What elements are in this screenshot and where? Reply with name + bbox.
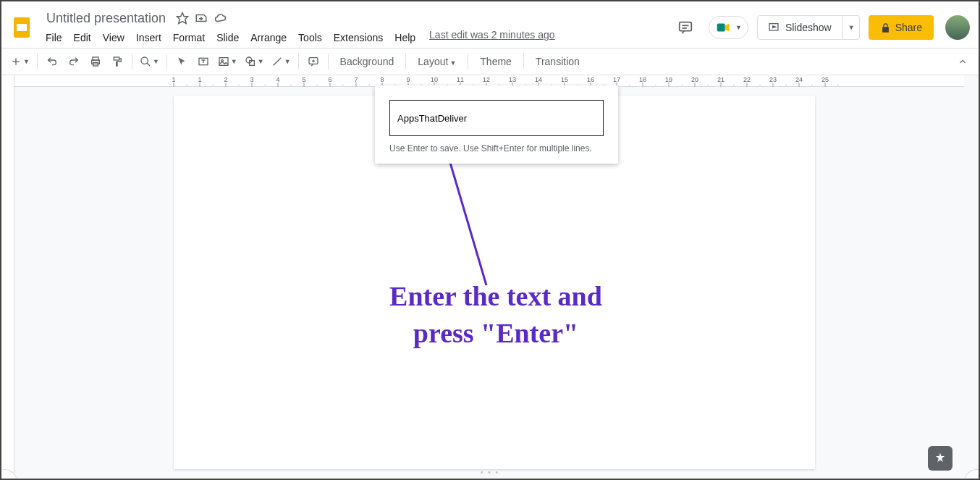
svg-text:8: 8 [380,76,384,83]
slideshow-dropdown[interactable]: ▼ [842,15,860,40]
svg-text:5: 5 [302,76,305,83]
svg-text:16: 16 [587,76,594,83]
new-slide-button[interactable]: ▼ [7,51,33,72]
svg-text:15: 15 [561,76,568,83]
svg-rect-15 [114,57,119,60]
chevron-down-icon: ▼ [735,24,742,31]
collapse-toolbar-button[interactable] [952,51,973,72]
svg-marker-9 [773,26,776,28]
svg-text:7: 7 [354,76,358,83]
svg-text:3: 3 [250,76,253,83]
svg-text:18: 18 [639,76,646,83]
zoom-button[interactable]: ▼ [137,51,162,72]
menu-tools[interactable]: Tools [293,29,327,46]
svg-text:14: 14 [535,76,542,83]
toolbar: ▼ ▼ ▼ ▼ ▼ Background Layout▼ Theme Trans… [1,48,979,75]
paint-format-button[interactable] [107,51,127,72]
explore-button[interactable] [928,446,952,471]
theme-button[interactable]: Theme [473,56,519,67]
share-button[interactable]: Share [869,15,934,40]
image-tool[interactable]: ▼ [215,51,240,72]
svg-rect-21 [219,58,228,66]
menu-arrange[interactable]: Arrange [245,29,292,46]
svg-rect-1 [17,24,27,31]
shape-tool[interactable]: ▼ [242,51,267,72]
svg-text:13: 13 [509,76,516,83]
svg-text:10: 10 [431,76,438,83]
account-avatar[interactable] [945,15,970,40]
svg-text:4: 4 [276,76,279,83]
vertical-ruler [1,75,14,478]
menu-edit[interactable]: Edit [69,29,96,46]
svg-text:9: 9 [406,76,410,83]
side-panel-expand-button[interactable] [964,469,979,478]
svg-line-25 [273,58,281,66]
transition-button[interactable]: Transition [528,56,587,67]
last-edit-link[interactable]: Last edit was 2 minutes ago [429,29,555,46]
menubar: File Edit View Insert Format Slide Arran… [39,29,671,46]
svg-text:2: 2 [224,76,227,83]
rename-hint: Use Enter to save. Use Shift+Enter for m… [389,143,604,153]
filmstrip-expand-button[interactable] [3,469,17,478]
background-button[interactable]: Background [333,56,402,67]
svg-text:19: 19 [665,76,672,83]
layout-button[interactable]: Layout▼ [410,56,463,67]
undo-button[interactable] [42,51,62,72]
menu-extensions[interactable]: Extensions [329,29,388,46]
svg-text:21: 21 [717,76,725,83]
menu-slide[interactable]: Slide [211,29,244,46]
comment-button[interactable] [303,51,324,72]
menu-file[interactable]: File [41,29,67,46]
svg-marker-7 [725,24,730,32]
share-label: Share [895,22,922,33]
menu-insert[interactable]: Insert [131,29,166,46]
textbox-tool[interactable] [193,51,214,72]
svg-text:1: 1 [198,76,201,83]
rename-input[interactable] [389,100,604,136]
canvas-area: 1123456789101112131415161718192021222324… [1,75,979,478]
svg-text:20: 20 [691,76,698,83]
svg-text:11: 11 [457,76,464,83]
svg-text:12: 12 [483,76,490,83]
cloud-status-icon[interactable] [214,12,227,25]
menu-format[interactable]: Format [168,29,210,46]
speaker-notes-handle[interactable]: • • • [481,468,499,476]
svg-text:25: 25 [821,76,829,83]
svg-text:1: 1 [172,76,175,83]
meet-button[interactable]: ▼ [709,16,748,39]
chevron-down-icon: ▼ [848,24,855,31]
svg-rect-3 [680,22,692,31]
rename-popup: Use Enter to save. Use Shift+Enter for m… [375,85,618,164]
svg-text:24: 24 [795,76,803,83]
line-tool[interactable]: ▼ [269,51,294,72]
svg-point-16 [141,57,148,64]
print-button[interactable] [85,51,106,72]
redo-button[interactable] [64,51,84,72]
doc-title[interactable]: Untitled presentation [42,9,170,28]
svg-text:6: 6 [328,76,331,83]
svg-marker-2 [177,13,188,24]
svg-text:23: 23 [769,76,777,83]
slides-logo[interactable] [7,13,36,42]
slideshow-button[interactable]: Slideshow [757,15,842,40]
comment-history-icon[interactable] [671,13,700,42]
star-icon[interactable] [176,12,189,25]
svg-text:22: 22 [743,76,751,83]
svg-text:17: 17 [613,76,620,83]
move-icon[interactable] [195,12,208,25]
slideshow-label: Slideshow [785,22,832,33]
svg-rect-6 [717,24,725,32]
menu-view[interactable]: View [98,29,130,46]
menu-help[interactable]: Help [389,29,421,46]
select-tool[interactable] [172,51,192,72]
svg-line-17 [147,63,150,66]
app-header: Untitled presentation File Edit View Ins… [1,1,979,48]
